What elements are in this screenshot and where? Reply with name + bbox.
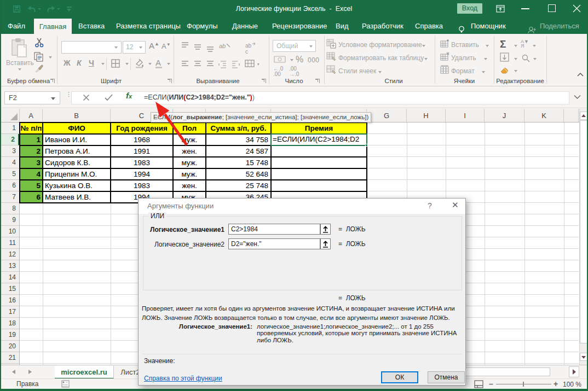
- svg-text:ab: ab: [219, 43, 226, 49]
- svg-text:c: c: [245, 49, 248, 55]
- svg-text:ab: ab: [245, 43, 252, 49]
